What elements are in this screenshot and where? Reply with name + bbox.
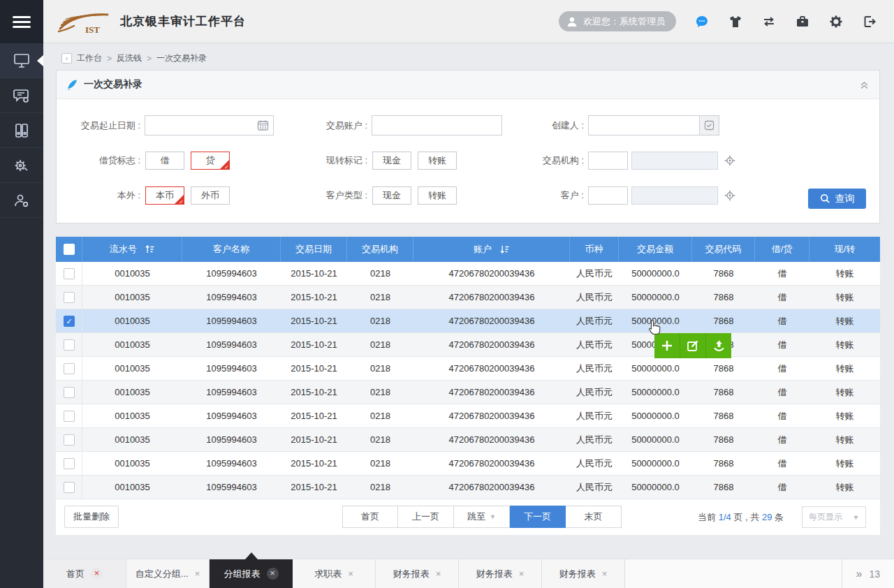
toggle-debit[interactable]: 借 bbox=[145, 152, 184, 170]
logout-button[interactable] bbox=[862, 14, 877, 29]
toggle-transfer-mark[interactable]: 转账 bbox=[418, 152, 457, 170]
prev-page-button[interactable]: 上一页 bbox=[398, 506, 454, 528]
bottom-tab-4[interactable]: 求职表× bbox=[293, 559, 376, 588]
last-page-button[interactable]: 末页 bbox=[566, 506, 622, 528]
table-cell: 转账 bbox=[809, 404, 880, 427]
table-cell: 转账 bbox=[809, 452, 880, 475]
toggle-foreign-currency[interactable]: 外币 bbox=[191, 186, 230, 205]
search-button[interactable]: 查询 bbox=[808, 189, 866, 209]
sidebar-item-messages[interactable] bbox=[0, 78, 43, 113]
table-row[interactable]: 001003510959946032015-10-210218472067802… bbox=[56, 309, 880, 333]
select-all-checkbox[interactable] bbox=[64, 244, 75, 255]
row-checkbox[interactable] bbox=[64, 411, 75, 422]
tab-overflow-count: 13 bbox=[869, 568, 880, 580]
toggle-customer-cash[interactable]: 现金 bbox=[372, 186, 411, 205]
toggle-credit[interactable]: 贷 bbox=[191, 152, 230, 170]
table-row[interactable]: 001003510959946032015-10-210218472067802… bbox=[56, 404, 880, 428]
bottom-tab-6[interactable]: 财务报表× bbox=[459, 559, 542, 588]
bottom-tab-3[interactable]: 分组报表× bbox=[210, 559, 293, 588]
tab-close-icon[interactable]: × bbox=[602, 568, 608, 579]
collapse-panel-button[interactable] bbox=[859, 80, 870, 90]
add-row-button[interactable] bbox=[654, 333, 680, 358]
batch-delete-button[interactable]: 批量删除 bbox=[64, 506, 119, 528]
jump-to-button[interactable]: 跳至▼ bbox=[454, 506, 510, 528]
row-checkbox[interactable] bbox=[64, 434, 75, 446]
table-row[interactable]: 001003510959946032015-10-210218472067802… bbox=[56, 262, 880, 286]
row-checkbox[interactable] bbox=[64, 363, 75, 374]
settings-button[interactable] bbox=[828, 14, 844, 29]
column-header[interactable]: 账户 bbox=[413, 237, 570, 262]
column-header[interactable]: 交易代码 bbox=[692, 237, 755, 262]
customer-picker-button[interactable] bbox=[724, 190, 735, 201]
sidebar-item-system-tools[interactable] bbox=[0, 148, 43, 183]
toggle-local-currency[interactable]: 本币 bbox=[145, 186, 184, 205]
bottom-tab-5[interactable]: 财务报表× bbox=[376, 559, 459, 588]
column-header[interactable]: 币种 bbox=[570, 237, 619, 262]
column-header[interactable]: 现/转 bbox=[809, 237, 880, 262]
sort-asc-icon[interactable] bbox=[143, 244, 154, 254]
tab-close-icon[interactable]: × bbox=[519, 568, 525, 579]
toggle-customer-transfer[interactable]: 转账 bbox=[418, 186, 457, 205]
sidebar-item-archives[interactable] bbox=[0, 113, 43, 148]
customer-code-input[interactable] bbox=[588, 186, 628, 205]
theme-button[interactable] bbox=[728, 14, 743, 29]
messages-button[interactable] bbox=[694, 14, 710, 29]
row-checkbox[interactable] bbox=[64, 387, 75, 398]
menu-toggle-button[interactable] bbox=[0, 0, 43, 43]
tab-close-icon[interactable]: × bbox=[91, 568, 103, 580]
upload-row-button[interactable] bbox=[705, 333, 731, 358]
bottom-tab-1[interactable]: 首页× bbox=[43, 559, 126, 588]
row-checkbox[interactable] bbox=[64, 339, 75, 351]
row-checkbox[interactable] bbox=[64, 482, 75, 493]
breadcrumb-item-workbench[interactable]: 工作台 bbox=[77, 52, 102, 64]
table-row[interactable]: 001003510959946032015-10-210218472067802… bbox=[56, 333, 880, 357]
breadcrumb-item-aml[interactable]: 反洗钱 bbox=[117, 52, 142, 64]
row-checkbox[interactable] bbox=[64, 268, 75, 279]
breadcrumb-item-current[interactable]: 一次交易补录 bbox=[156, 52, 207, 64]
switch-button[interactable] bbox=[761, 14, 777, 29]
next-page-button[interactable]: 下一页 bbox=[510, 506, 566, 528]
creator-input[interactable] bbox=[588, 115, 700, 135]
row-checkbox[interactable] bbox=[64, 458, 75, 469]
calendar-icon[interactable] bbox=[257, 119, 269, 131]
row-checkbox[interactable] bbox=[64, 316, 75, 327]
page-size-select[interactable]: 每页显示▼ bbox=[802, 506, 866, 528]
table-row[interactable]: 001003510959946032015-10-210218472067802… bbox=[56, 476, 880, 499]
trade-org-code-input[interactable] bbox=[588, 152, 628, 170]
column-header[interactable]: 交易机构 bbox=[347, 237, 413, 262]
tab-overflow-button[interactable]: »13 bbox=[842, 559, 894, 588]
table-row[interactable]: 001003510959946032015-10-210218472067802… bbox=[56, 357, 880, 381]
sidebar-item-user-management[interactable] bbox=[0, 183, 43, 218]
table-row[interactable]: 001003510959946032015-10-210218472067802… bbox=[56, 286, 880, 309]
tab-close-icon[interactable]: × bbox=[195, 568, 200, 579]
column-header[interactable]: 交易日期 bbox=[281, 237, 347, 262]
sidebar-item-workspace[interactable] bbox=[0, 43, 43, 78]
sort-desc-icon[interactable] bbox=[498, 244, 509, 254]
table-cell: 1095994603 bbox=[182, 333, 281, 356]
tab-close-icon[interactable]: × bbox=[267, 568, 279, 580]
toolbox-button[interactable] bbox=[795, 14, 810, 29]
table-row[interactable]: 001003510959946032015-10-210218472067802… bbox=[56, 452, 880, 476]
customer-name-input[interactable] bbox=[631, 186, 718, 205]
first-page-button[interactable]: 首页 bbox=[342, 506, 398, 528]
creator-picker-button[interactable] bbox=[700, 115, 719, 135]
column-header[interactable]: 流水号 bbox=[82, 237, 182, 262]
trade-account-input[interactable] bbox=[372, 115, 502, 135]
tab-close-icon[interactable]: × bbox=[436, 568, 441, 579]
binders-icon bbox=[13, 122, 31, 139]
row-checkbox[interactable] bbox=[64, 292, 75, 303]
edit-row-button[interactable] bbox=[680, 333, 705, 358]
toggle-cash-mark[interactable]: 现金 bbox=[372, 152, 411, 170]
date-range-input[interactable] bbox=[145, 115, 274, 135]
bottom-tab-7[interactable]: 财务报表× bbox=[542, 559, 625, 588]
tab-close-icon[interactable]: × bbox=[348, 568, 353, 579]
trade-org-picker-button[interactable] bbox=[724, 155, 735, 166]
column-header[interactable]: 客户名称 bbox=[182, 237, 281, 262]
column-header[interactable]: 交易金额 bbox=[619, 237, 692, 262]
column-header[interactable]: 借/贷 bbox=[755, 237, 809, 262]
table-row[interactable]: 001003510959946032015-10-210218472067802… bbox=[56, 428, 880, 452]
user-menu[interactable]: 欢迎您：系统管理员 bbox=[559, 11, 676, 31]
table-row[interactable]: 001003510959946032015-10-210218472067802… bbox=[56, 381, 880, 404]
bottom-tab-2[interactable]: 自定义分组...× bbox=[126, 559, 210, 588]
trade-org-name-input[interactable] bbox=[631, 152, 718, 170]
